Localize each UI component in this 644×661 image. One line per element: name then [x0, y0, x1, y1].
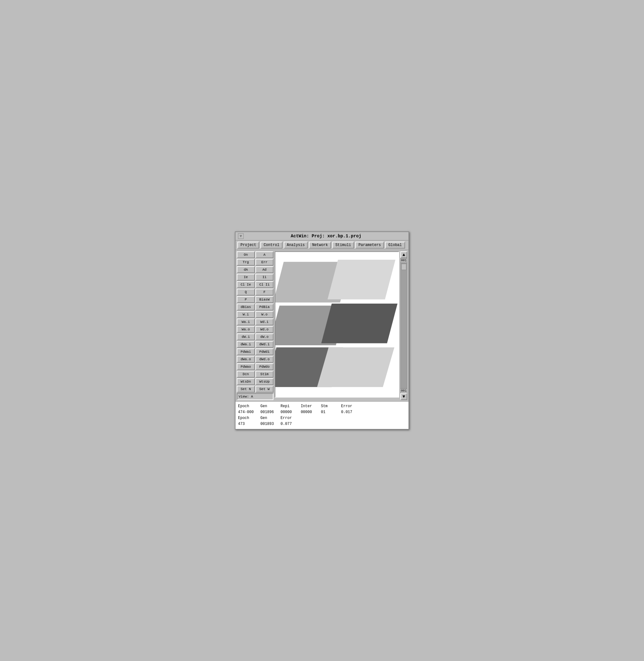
btn-row-7: dBias PdBia: [237, 304, 274, 310]
btn-f[interactable]: F: [255, 289, 274, 296]
scroll-down-button[interactable]: ▼: [400, 393, 407, 400]
status-header1: Epoch Gen Repi Inter Stm Error: [238, 403, 406, 409]
btn-row-16: Dcn Stim: [237, 371, 274, 378]
menu-analysis[interactable]: Analysis: [284, 242, 308, 249]
btn-clie[interactable]: Cl Ie: [237, 281, 255, 288]
btn-row-4: Cl Ie Cl Ii: [237, 281, 274, 288]
scroll-top-label: 001: [400, 258, 407, 263]
btn-row-0: On A: [237, 251, 274, 258]
btn-setw[interactable]: Set W: [255, 386, 274, 393]
btn-p[interactable]: P: [237, 296, 255, 303]
view-label: View:: [238, 395, 249, 399]
status-header2: Epoch Gen Error: [238, 415, 406, 421]
btn-wdo[interactable]: Wd.o: [255, 326, 274, 333]
menu-global[interactable]: Global: [385, 242, 405, 249]
btn-dwo[interactable]: dW.o: [255, 333, 274, 340]
btn-da[interactable]: dA: [237, 266, 255, 273]
status-data1: 474-000 001896 00000 00000 01 0.017: [238, 409, 406, 415]
btn-row-17: WtsDn WtsUp: [237, 378, 274, 385]
btn-row-12: dWa.i dWd.i: [237, 341, 274, 348]
btn-trg[interactable]: Trg: [237, 259, 255, 266]
menu-stimuli[interactable]: Stimuli: [332, 242, 354, 249]
btn-wao[interactable]: Wa.o: [237, 326, 255, 333]
menu-project[interactable]: Project: [237, 242, 259, 249]
menu-control[interactable]: Control: [260, 242, 282, 249]
status-data2: 473 001893 0.077: [238, 421, 406, 427]
parallelogram-top-right: [328, 260, 395, 300]
btn-dbias[interactable]: dBias: [237, 304, 255, 310]
btn-ie[interactable]: Ie: [237, 274, 255, 281]
btn-pdwai[interactable]: PdWai: [237, 348, 255, 355]
btn-row-11: dW.i dW.o: [237, 333, 274, 340]
menu-bar: Project Control Analysis Network Stimuli…: [235, 240, 409, 250]
btn-pdbia[interactable]: PdBia: [255, 304, 274, 310]
btn-pdwdi[interactable]: PdWdi: [255, 348, 274, 355]
view-value: A: [251, 395, 253, 399]
scroll-thumb[interactable]: [401, 264, 406, 270]
btn-row-1: Trg Err: [237, 259, 274, 266]
view-row: View: A: [237, 393, 274, 400]
btn-row-9: Wa.i Wd.i: [237, 318, 274, 325]
btn-dwdi[interactable]: dWd.i: [255, 341, 274, 348]
main-area: On A Trg Err dA Ad Ie Ii Cl Ie Cl Ii Q F: [235, 250, 409, 401]
btn-row-3: Ie Ii: [237, 274, 274, 281]
btn-row-8: W.i W.o: [237, 311, 274, 318]
btn-row-13: PdWai PdWdi: [237, 348, 274, 355]
btn-biasw[interactable]: BiasW: [255, 296, 274, 303]
btn-pdwao[interactable]: PdWao: [237, 363, 255, 370]
visualization-canvas: [275, 252, 398, 397]
btn-row-14: dWa.o dWd.o: [237, 356, 274, 363]
scroll-bottom-label: 001: [400, 388, 407, 393]
scroll-track[interactable]: [400, 263, 407, 388]
status-bar: Epoch Gen Repi Inter Stm Error 474-000 0…: [235, 401, 409, 429]
btn-row-10: Wa.o Wd.o: [237, 326, 274, 333]
left-panel: On A Trg Err dA Ad Ie Ii Cl Ie Cl Ii Q F: [237, 251, 274, 400]
btn-clii[interactable]: Cl Ii: [255, 281, 274, 288]
btn-err[interactable]: Err: [255, 259, 274, 266]
btn-wi[interactable]: W.i: [237, 311, 255, 318]
btn-row-15: PdWao PdWdo: [237, 363, 274, 370]
menu-parameters[interactable]: Parameters: [355, 242, 384, 249]
title-bar-icon[interactable]: ▽: [238, 233, 244, 239]
menu-network[interactable]: Network: [309, 242, 331, 249]
btn-dcn[interactable]: Dcn: [237, 371, 255, 378]
parallelogram-mid-right: [321, 304, 398, 344]
btn-setn[interactable]: Set N: [237, 386, 255, 393]
window-title: ActWin: Proj: xor.bp.1.proj: [246, 234, 406, 239]
btn-dwai[interactable]: dWa.i: [237, 341, 255, 348]
btn-dwao[interactable]: dWa.o: [237, 356, 255, 363]
btn-on[interactable]: On: [237, 251, 255, 258]
btn-stim[interactable]: Stim: [255, 371, 274, 378]
parallelogram-bot-right: [317, 347, 394, 387]
btn-dwi[interactable]: dW.i: [237, 333, 255, 340]
btn-dwdo[interactable]: dWd.o: [255, 356, 274, 363]
btn-row-2: dA Ad: [237, 266, 274, 273]
btn-wtsdn[interactable]: WtsDn: [237, 378, 255, 385]
scroll-up-button[interactable]: ▲: [400, 251, 407, 258]
btn-wo[interactable]: W.o: [255, 311, 274, 318]
scrollbar: ▲ 001 001 ▼: [400, 251, 407, 400]
main-window: ▽ ActWin: Proj: xor.bp.1.proj Project Co…: [235, 231, 409, 430]
btn-ad[interactable]: Ad: [255, 266, 274, 273]
btn-a[interactable]: A: [255, 251, 274, 258]
btn-wai[interactable]: Wa.i: [237, 318, 255, 325]
btn-ii[interactable]: Ii: [255, 274, 274, 281]
btn-pdwdo[interactable]: PdWdo: [255, 363, 274, 370]
btn-q[interactable]: Q: [237, 289, 255, 296]
btn-row-6: P BiasW: [237, 296, 274, 303]
btn-wdi[interactable]: Wd.i: [255, 318, 274, 325]
canvas-area: [275, 251, 399, 398]
btn-row-18: Set N Set W: [237, 386, 274, 393]
title-bar: ▽ ActWin: Proj: xor.bp.1.proj: [235, 232, 409, 240]
btn-row-5: Q F: [237, 289, 274, 296]
btn-wtsup[interactable]: WtsUp: [255, 378, 274, 385]
